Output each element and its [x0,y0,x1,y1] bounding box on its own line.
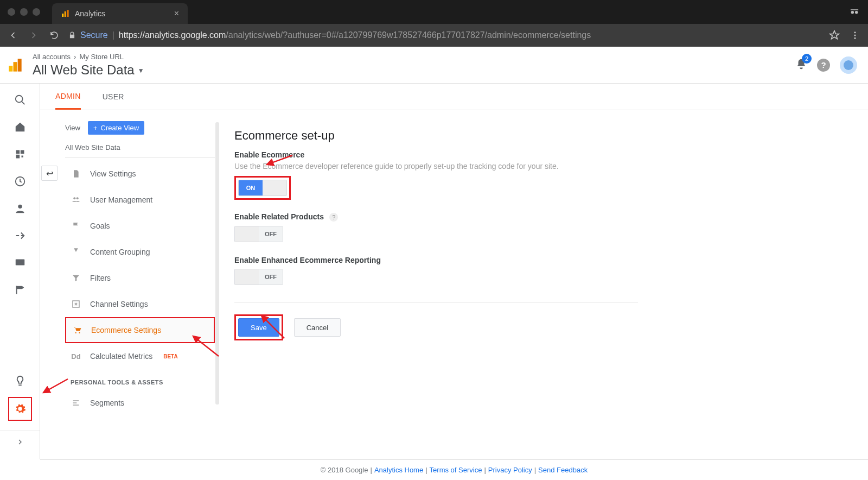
audience-icon[interactable] [14,202,27,215]
cancel-button[interactable]: Cancel [294,318,341,337]
highlight-box: ON [234,176,291,200]
footer: © 2018 Google | Analytics Home | Terms o… [40,459,868,480]
menu-calculated-metrics[interactable]: DdCalculated MetricsBETA [65,343,215,369]
svg-rect-2 [67,10,68,17]
customization-icon[interactable] [14,148,27,161]
channel-icon [71,299,81,309]
flag-icon [71,221,81,231]
dd-icon: Dd [71,352,81,361]
menu-filters[interactable]: Filters [65,265,215,291]
footer-link-tos[interactable]: Terms of Service [430,466,482,474]
search-icon[interactable] [14,93,27,106]
home-icon[interactable] [14,121,27,134]
svg-rect-0 [62,14,63,17]
save-button[interactable]: Save [238,318,279,337]
enhanced-ecom-label: Enable Enhanced Ecommerce Reporting [234,256,638,264]
funnel-icon [71,274,81,282]
current-view-name[interactable]: All Web Site Data [65,140,215,157]
people-icon [71,195,81,204]
svg-point-18 [18,205,22,209]
enable-ecommerce-desc: Use the Ecommerce developer reference gu… [234,162,638,170]
back-button[interactable]: ↩ [41,166,58,181]
scrollbar[interactable] [215,122,219,405]
traffic-lights[interactable] [8,8,40,16]
behavior-icon[interactable] [14,256,27,269]
divider [234,302,638,302]
svg-point-4 [855,11,858,14]
help-button[interactable]: ? [817,59,830,72]
page-title: Ecommerce set-up [234,129,638,143]
view-selector[interactable]: All Web Site Data▼ [33,62,144,78]
admin-user-tabs: ADMIN USER [40,84,868,110]
collapse-nav-button[interactable] [0,431,40,453]
forward-icon[interactable] [27,29,40,42]
menu-user-management[interactable]: User Management [65,187,215,213]
svg-rect-19 [15,260,24,266]
svg-point-22 [73,197,75,199]
cart-icon [72,325,82,335]
tab-title: Analytics [75,9,105,18]
analytics-logo-icon [8,58,23,73]
acquisition-icon[interactable] [14,229,27,242]
admin-button[interactable] [8,397,32,421]
left-rail [0,84,40,459]
svg-rect-10 [14,62,17,72]
menu-segments[interactable]: Segments [65,390,215,416]
section-personal-tools: PERSONAL TOOLS & ASSETS [71,379,215,386]
window-titlebar: Analytics × [0,0,868,24]
breadcrumb[interactable]: All accounts›My Store URL [33,53,144,61]
notifications-button[interactable]: 2 [795,58,807,72]
help-tooltip-icon[interactable]: ? [329,213,338,222]
account-avatar[interactable] [840,56,857,74]
svg-rect-16 [21,156,23,157]
svg-rect-14 [20,150,24,154]
svg-rect-11 [18,59,22,71]
close-tab-icon[interactable]: × [174,9,179,18]
svg-rect-15 [16,155,20,159]
svg-rect-20 [16,286,17,294]
menu-icon[interactable] [848,29,861,42]
reload-icon[interactable] [48,29,61,42]
view-column: ↩ View + Create View All Web Site Data V… [65,121,215,459]
footer-link-privacy[interactable]: Privacy Policy [488,466,532,474]
toggle-on-label: ON [239,180,263,195]
segments-icon [71,399,81,407]
star-icon[interactable] [828,29,841,42]
svg-point-23 [76,197,79,199]
incognito-icon [848,5,860,19]
column-label: View [65,124,80,132]
menu-view-settings[interactable]: View Settings [65,161,215,187]
related-products-label: Enable Related Products [234,212,324,221]
highlight-box: Save [234,314,283,340]
realtime-icon[interactable] [14,175,27,188]
tab-user[interactable]: USER [103,84,124,110]
document-icon [71,169,81,179]
browser-tab[interactable]: Analytics × [52,3,188,24]
menu-ecommerce-settings[interactable]: Ecommerce Settings [65,317,215,343]
menu-channel-settings[interactable]: Channel Settings [65,291,215,317]
lock-icon [68,31,76,39]
footer-link-home[interactable]: Analytics Home [374,466,423,474]
menu-goals[interactable]: Goals [65,213,215,239]
toggle-related-products[interactable]: OFF [234,226,283,242]
notif-badge: 2 [802,54,812,64]
gear-icon [14,402,27,415]
toggle-off-label: OFF [259,226,283,242]
conversions-icon[interactable] [14,283,27,296]
create-view-button[interactable]: + Create View [88,121,144,135]
address-bar[interactable]: Secure | https://analytics.google.com/an… [68,30,820,40]
footer-link-feedback[interactable]: Send Feedback [538,466,588,474]
toggle-enhanced-ecommerce[interactable]: OFF [234,269,283,285]
svg-point-12 [15,96,22,103]
browser-toolbar: Secure | https://analytics.google.com/an… [0,24,868,47]
discover-icon[interactable] [14,374,27,387]
toggle-enable-ecommerce[interactable]: ON [238,180,287,196]
chevron-down-icon: ▼ [138,67,144,74]
tab-admin[interactable]: ADMIN [55,84,81,110]
svg-rect-1 [65,11,66,17]
back-icon[interactable] [7,29,20,42]
menu-content-grouping[interactable]: Content Grouping [65,239,215,265]
secure-label: Secure [80,30,108,40]
settings-pane: Ecommerce set-up Enable Ecommerce Use th… [215,121,638,459]
svg-point-8 [854,37,856,39]
